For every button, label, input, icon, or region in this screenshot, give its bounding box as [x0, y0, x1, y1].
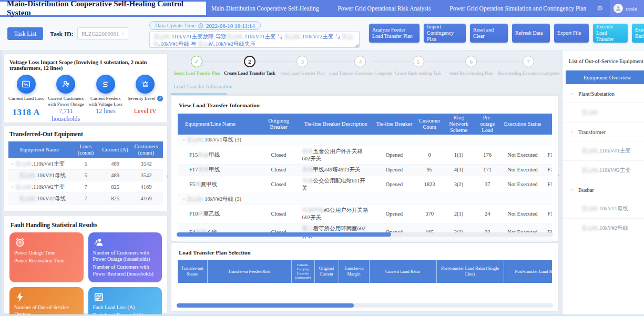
equipment-name-cell: ˅五山站.110kV#2主变 [8, 181, 70, 193]
step-circle: 2 [244, 56, 255, 67]
export-file-button[interactable]: Export File [554, 24, 589, 43]
table-row[interactable]: F15联益甲线Closed创业五金公用户外开关箱602开关Opened01(1)… [178, 146, 552, 164]
scrollbar-thumb[interactable] [177, 232, 391, 237]
horizontal-scrollbar[interactable] [177, 232, 553, 237]
redacted-station-name: 五山站 [15, 161, 32, 167]
table-row[interactable]: F10网夏乙线Closed马场甲线#3公用户外开关箱602开关Opened370… [178, 205, 552, 223]
settings-gear-icon[interactable]: ⚙ [597, 0, 603, 17]
ring-scheme-cell: 1(1) [442, 146, 475, 164]
table-row[interactable]: 五山站.10kV#1母线54893542 [8, 170, 163, 181]
table-row[interactable]: ˅五山站.110kV#1主变54893542 [8, 158, 163, 170]
task-id-label: Task ID: [50, 30, 74, 38]
customers-cell: 4169 [129, 193, 163, 205]
chevron-down-icon[interactable]: ˅ [11, 161, 14, 167]
execution-status-cell: Not Executed [499, 164, 545, 175]
tree-section-plant-substation[interactable]: ˅Plant/Substation [563, 84, 644, 103]
fault-card-line: Number of Customers with Power Outage (h… [93, 250, 158, 262]
step-2-create-load-transfer-task[interactable]: 2Create Load Transfer Task [223, 56, 277, 83]
step-1-select-load-transfer-plan[interactable]: ✓Select Load Transfer Plan [170, 56, 223, 83]
fault-description-textarea[interactable]: 五山站.110kV#1主变故障:导致五山站.110kV#1主变 与 五山站.11… [149, 32, 360, 48]
horizontal-scrollbar[interactable] [177, 303, 553, 308]
tree-item[interactable]: 五山站.10kV#1母线 [563, 199, 644, 219]
tie-breaker-desc-cell: 马场甲线#3公用户外开关箱602开关 [300, 205, 371, 223]
table-row[interactable]: F17天河甲线Closed天河甲线#49塔49T1开关Opened954(3)1… [178, 164, 552, 175]
user-menu[interactable]: ceshi [610, 0, 644, 17]
redacted-text: 天河 [302, 167, 313, 172]
tab-load-transfer-information[interactable]: Load Transfer Information [173, 84, 232, 89]
chevron-down-icon[interactable]: ˅ [182, 197, 185, 202]
table-row[interactable]: F5网夏甲线Closed马场公交公用配电站611开关Opened18233(2)… [178, 175, 552, 193]
column-header: Tie-line Breaker Description [300, 114, 371, 135]
tree-item[interactable]: 五山站.110kV#1主变 [563, 141, 644, 161]
help-icon[interactable]: ? [157, 96, 163, 101]
extra-cell: F11五金 [545, 146, 552, 164]
tree-section-busbar[interactable]: ˅Busbar [563, 180, 644, 199]
redacted-text: 五山 [198, 41, 209, 47]
tree-item[interactable]: 五山站.110kV#2主变 [563, 161, 644, 180]
equipment-name: .110kV#2主变 [598, 167, 631, 173]
tree-section-transformer[interactable]: ˅Transformer [563, 123, 644, 141]
tree-item[interactable]: 五山站 [563, 103, 644, 123]
plan-table-wrap: Transfer-out StatusTransfer-in Feeder/Ri… [178, 260, 552, 283]
chevron-down-icon[interactable]: ˅ [11, 185, 14, 190]
redacted-station-name: 五山站 [581, 167, 598, 173]
chevron-down-icon: ˅ [121, 31, 124, 37]
lines-cell: 5 [70, 170, 101, 181]
table-header-row: Equipment/Line NameOutgoing BreakerTie-l… [178, 114, 552, 135]
reset-and-clear-button[interactable]: Reset and Clear [470, 24, 508, 43]
avatar-icon [614, 4, 623, 13]
chevron-down-icon[interactable]: ˅ [182, 137, 185, 142]
task-list-button[interactable]: Task List [7, 27, 43, 40]
nav-item-main-distribution-cooperative-self-healing[interactable]: Main-Distribution Cooperative Self-Heali… [211, 5, 319, 12]
task-id-select[interactable]: PLZG22000001 ˅ [77, 27, 128, 40]
tree-item[interactable]: 五山站.10kV#2母线 [563, 219, 644, 238]
app-header: Main-Distribution Cooperative Self-Heali… [0, 0, 644, 17]
table-row[interactable]: ˅五山站.110kV#2主变78254169 [8, 181, 163, 193]
step-4-load-transfer-execution-complete[interactable]: 4Load Transfer Execution Complete [329, 56, 392, 83]
refresh-data-button[interactable]: Refresh Data [512, 24, 550, 43]
equipment-name: .110kV#2主变 [32, 184, 65, 190]
step-6-send-back-feeding-plan[interactable]: 6Send Back-feeding Plan [445, 56, 498, 83]
chevron-down-icon[interactable]: ˅ [570, 91, 573, 97]
section-label: Busbar [578, 187, 594, 193]
step-label: Load Transfer Execution Complete [329, 70, 392, 76]
text-part: 夏甲线 [201, 181, 218, 187]
load-transfer-header: Equipment/Line NameOutgoing BreakerTie-l… [178, 114, 552, 135]
nav-item-power-grid-operation-simulation-and-contingency-plan[interactable]: Power Grid Operation Simulation and Cont… [449, 5, 586, 12]
execute-back-feeding-button[interactable]: Execute Back-feeding [632, 24, 644, 43]
table-row[interactable]: 五山站.10kV#2母线78254169 [8, 193, 163, 205]
transferred-out-header: Equipment NameLines (count)Current (A)Cu… [8, 141, 163, 158]
scrollbar-thumb[interactable] [177, 303, 354, 308]
equipment-name: .110kV#1主变 [32, 161, 65, 167]
collapse-left-icon[interactable]: ‹ [163, 168, 171, 183]
chevron-down-icon[interactable]: ˅ [570, 188, 573, 193]
fault-card-blue: Fault Load Loss (A)Fault Load Restored (… [88, 287, 162, 316]
import-contingency-plan-button[interactable]: Import Contingency Plan [424, 24, 466, 43]
plan-table: Transfer-out StatusTransfer-in Feeder/Ri… [178, 260, 552, 283]
column-header: Transfer-in Feeder/Risk [207, 260, 291, 283]
fault-card-line: Power Restoration Time [14, 258, 79, 264]
chevron-down-icon[interactable]: ˅ [570, 130, 573, 135]
data-update-pill: Data Update Time 2022-06-10 16:11:14 [149, 21, 261, 30]
group-row[interactable]: ˅五山站 10kV#2母线 (3) [178, 193, 552, 205]
equipment-overview-button[interactable]: Equipment Overview [566, 70, 644, 84]
step-label: Create Back-feeding Task [392, 70, 445, 76]
ring-scheme-cell: 3(2) [442, 175, 475, 193]
text-part: 甲线 [209, 152, 220, 158]
execute-load-transfer-button[interactable]: Execute Load Transfer [593, 24, 628, 43]
outgoing-breaker-cell: Closed [258, 164, 300, 175]
equipment-name: .10kV#1母线 [598, 206, 628, 211]
table-header-row: Transfer-out StatusTransfer-in Feeder/Ri… [178, 260, 552, 283]
step-3-send-load-transfer-plan[interactable]: 3Send Load Transfer Plan [276, 56, 329, 83]
table-header-row: Equipment NameLines (count)Current (A)Cu… [8, 141, 163, 158]
nav-item-power-grid-operational-risk-analysis[interactable]: Power Grid Operational Risk Analysis [338, 5, 431, 12]
current-cell: 825 [101, 193, 129, 205]
group-row[interactable]: ˅五山站.10kV#1母线 (3) [178, 135, 552, 146]
lines-cell: 5 [70, 158, 101, 170]
step-5-create-back-feeding-task[interactable]: 5Create Back-feeding Task [392, 56, 445, 83]
step-label: Create Load Transfer Task [223, 70, 277, 76]
step-7-back-feeding-execution-complete[interactable]: 7Back-feeding Execution Complete [497, 56, 559, 83]
analyze-feeder-load-transfer-plan-button[interactable]: Analyze Feeder Load Transfer Plan [369, 24, 420, 43]
section-label: Transformer [578, 129, 606, 135]
collapse-right-icon[interactable]: › [555, 167, 562, 182]
